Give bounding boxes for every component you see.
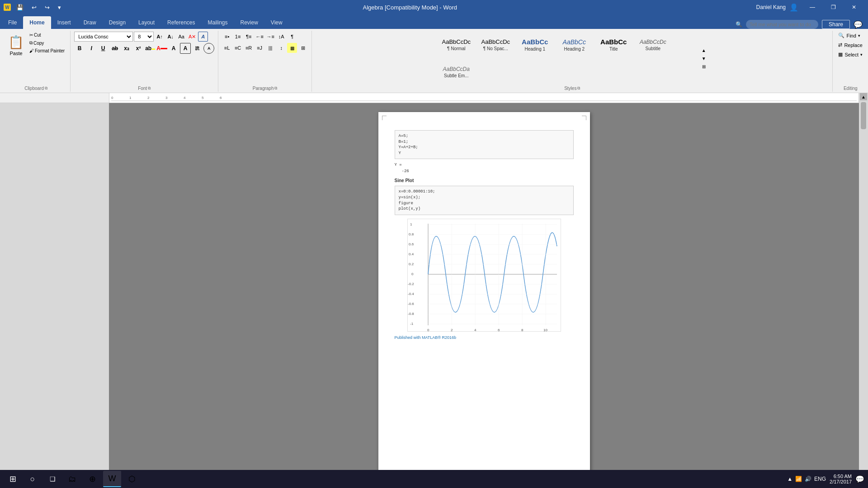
style-no-space[interactable]: AaBbCcDc ¶ No Spac... (476, 32, 515, 58)
published-link[interactable]: Published with MATLAB® R2016b (395, 335, 574, 340)
style-heading2[interactable]: AaBbCc Heading 2 (555, 32, 594, 58)
align-right-button[interactable]: ≡R (244, 43, 254, 53)
style-subtle-em[interactable]: AaBbCcDa Subtle Em... (437, 59, 476, 85)
font-size-select[interactable]: 8 (134, 32, 154, 42)
search-button[interactable]: ○ (24, 471, 42, 487)
tab-design[interactable]: Design (103, 16, 132, 29)
shading-button[interactable]: ▩ (287, 43, 297, 53)
styles-scroll-up[interactable]: ▲ (700, 46, 708, 54)
paragraph-expand-icon[interactable]: ⧉ (274, 86, 277, 91)
bold-button[interactable]: B (74, 43, 85, 54)
profile-icon[interactable]: 👤 (789, 3, 798, 12)
styles-expand-icon[interactable]: ⧉ (577, 86, 580, 91)
tab-layout[interactable]: Layout (132, 16, 161, 29)
network-icon[interactable]: 📶 (795, 476, 802, 482)
char-border-button[interactable]: A (180, 43, 191, 54)
tab-draw[interactable]: Draw (77, 16, 103, 29)
clock[interactable]: 6:50 AM 2/17/2017 (830, 474, 852, 484)
share-button[interactable]: Share (822, 20, 850, 29)
close-btn[interactable]: ✕ (844, 0, 864, 14)
select-button[interactable]: ▦ Select ▾ (836, 51, 864, 58)
undo-quick-btn[interactable]: ↩ (29, 3, 39, 12)
strikethrough-button[interactable]: ab (109, 43, 120, 54)
taskbar-matlab[interactable]: ⬡ (123, 471, 141, 487)
font-color-button[interactable]: A (156, 43, 167, 54)
superscript-button[interactable]: x² (133, 43, 144, 54)
clear-format-button[interactable]: A✕ (187, 32, 197, 42)
taskbar-word[interactable]: W (103, 471, 121, 487)
font-grow-button[interactable]: A↑ (155, 32, 165, 42)
tab-references[interactable]: References (161, 16, 201, 29)
style-normal[interactable]: AaBbCcDc ¶ Normal (437, 32, 476, 58)
battery-icon[interactable]: ENG (814, 476, 826, 482)
redo-quick-btn[interactable]: ↪ (42, 3, 52, 12)
minimize-btn[interactable]: — (802, 0, 823, 14)
task-view-btn[interactable]: ❑ (43, 471, 61, 487)
increase-indent-button[interactable]: →≡ (265, 32, 275, 42)
tab-insert[interactable]: Insert (51, 16, 77, 29)
find-button[interactable]: 🔍 Find ▾ (836, 32, 862, 39)
tab-review[interactable]: Review (234, 16, 264, 29)
bullets-button[interactable]: ≡• (222, 32, 232, 42)
font-expand-icon[interactable]: ⧉ (148, 86, 151, 91)
paragraph-content: ≡• 1≡ ¶≡ ←≡ →≡ ↕A ¶ ≡L ≡C ≡R ≡J ||| ↕ ▩ … (222, 31, 308, 86)
columns-button[interactable]: ||| (265, 43, 275, 53)
scroll-up-btn[interactable]: ▲ (860, 93, 867, 100)
notifications-icon[interactable]: 💬 (855, 475, 864, 483)
justify-button[interactable]: ≡J (255, 43, 264, 53)
scroll-thumb[interactable] (861, 102, 866, 129)
tab-home[interactable]: Home (23, 16, 51, 29)
copy-button[interactable]: ⧉ Copy (28, 39, 66, 47)
styles-more[interactable]: ⊞ (700, 62, 708, 70)
show-para-marks-button[interactable]: ¶ (287, 32, 297, 42)
borders-button[interactable]: ⊞ (298, 43, 308, 53)
tab-file[interactable]: File (2, 16, 23, 29)
format-painter-button[interactable]: 🖌 Format Painter (28, 47, 66, 54)
volume-icon[interactable]: 🔊 (805, 476, 811, 482)
sort-button[interactable]: ↕A (276, 32, 286, 42)
paste-button[interactable]: 📋 Paste (5, 32, 27, 59)
taskbar-explorer[interactable]: 🗂 (63, 471, 81, 487)
comment-icon[interactable]: 💬 (854, 20, 863, 29)
tab-mailings[interactable]: Mailings (201, 16, 234, 29)
phonetic-guide-button[interactable]: 読 (192, 43, 203, 54)
multilevel-button[interactable]: ¶≡ (244, 32, 254, 42)
decrease-indent-button[interactable]: ←≡ (255, 32, 264, 42)
scroll-area[interactable]: A=5; B=1; Y=A+2+B; Y Y = -26 Sine Plot x… (109, 103, 859, 488)
subscript-button[interactable]: x₂ (121, 43, 132, 54)
font-shrink-button[interactable]: A↓ (165, 32, 175, 42)
tab-view[interactable]: View (264, 16, 289, 29)
font-content: Lucida Consc 8 A↑ A↓ Aa A✕ A B I U ab x₂… (74, 31, 214, 86)
taskbar-chrome[interactable]: ⊕ (83, 471, 101, 487)
paragraph-row-2: ≡L ≡C ≡R ≡J ||| ↕ ▩ ⊞ (222, 43, 308, 53)
right-scrollbar[interactable]: ▲ ▼ (859, 93, 868, 488)
font-name-select[interactable]: Lucida Consc (74, 32, 133, 42)
text-highlight-button[interactable]: ab▬ (145, 43, 156, 54)
restore-btn[interactable]: ❐ (823, 0, 844, 14)
expand-tray-icon[interactable]: ▲ (787, 476, 793, 482)
underline-button[interactable]: U (98, 43, 108, 54)
customize-quick-btn[interactable]: ▾ (55, 3, 64, 12)
styles-scroll-down[interactable]: ▼ (700, 54, 708, 62)
text-effects-button[interactable]: A (198, 32, 208, 42)
italic-button[interactable]: I (86, 43, 97, 54)
char-shading-button[interactable]: A (168, 43, 179, 54)
save-quick-btn[interactable]: 💾 (14, 3, 26, 12)
style-subtitle[interactable]: AaBbCcDc Subtitle (634, 32, 672, 58)
start-button[interactable]: ⊞ (4, 471, 22, 487)
align-left-button[interactable]: ≡L (222, 43, 232, 53)
ribbon-search-input[interactable] (746, 20, 818, 29)
style-heading1[interactable]: AaBbCc Heading 1 (516, 32, 554, 58)
align-center-button[interactable]: ≡C (233, 43, 243, 53)
ruler: 0 1 2 3 4 5 6 (109, 93, 859, 103)
enclosed-button[interactable]: A (203, 43, 214, 54)
style-title[interactable]: AaBbCc Title (594, 32, 633, 58)
line-spacing-button[interactable]: ↕ (276, 43, 286, 53)
cut-button[interactable]: ✂ Cut (28, 32, 66, 38)
clipboard-expand-icon[interactable]: ⧉ (45, 86, 47, 91)
numbering-button[interactable]: 1≡ (233, 32, 243, 42)
paste-icon: 📋 (8, 35, 24, 50)
change-case-button[interactable]: Aa (176, 32, 186, 42)
sine-chart: 1 0.8 0.6 0.4 0.2 0 -0.2 -0.4 -0.6 -0.8 … (395, 219, 574, 332)
replace-button[interactable]: ⇄ Replace (836, 41, 864, 49)
